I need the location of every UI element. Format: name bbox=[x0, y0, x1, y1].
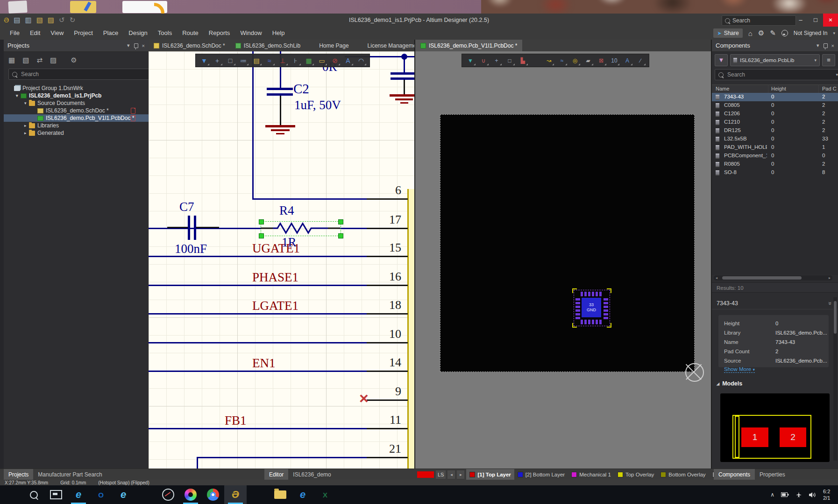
capacitor-plate[interactable] bbox=[391, 72, 414, 75]
wire[interactable] bbox=[404, 57, 405, 72]
menu-item[interactable]: Route bbox=[177, 27, 204, 40]
pin-icon[interactable] bbox=[134, 43, 138, 48]
titlebar-icon[interactable]: ↻ bbox=[70, 14, 76, 27]
pcb-tool-icon[interactable]: ▙ bbox=[517, 56, 528, 66]
layer-set-button[interactable]: LS bbox=[436, 470, 446, 479]
panel-tab[interactable]: Components bbox=[714, 469, 755, 480]
maximize-button[interactable]: □ bbox=[808, 14, 823, 27]
signin-status[interactable]: Not Signed In bbox=[794, 30, 828, 36]
footprint-preview[interactable]: 1 2 bbox=[720, 393, 830, 462]
no-connect-marker[interactable]: × bbox=[359, 389, 369, 407]
wire[interactable] bbox=[252, 51, 254, 200]
panel-tab[interactable]: Manufacturer Part Search bbox=[33, 469, 107, 480]
designator-c2[interactable]: C2 bbox=[293, 81, 309, 97]
menu-item[interactable]: View bbox=[45, 27, 69, 40]
table-row[interactable]: C1210 0 2 bbox=[712, 118, 838, 126]
value-r4[interactable]: 1R bbox=[282, 235, 297, 250]
taskbar-icon[interactable] bbox=[247, 485, 269, 504]
taskbar-icon[interactable]: e bbox=[112, 485, 135, 504]
selection-handle[interactable] bbox=[259, 219, 264, 224]
pcb-canvas[interactable]: ▼∪+□▙↝≈◎▰⊠10A∕ 33 GND bbox=[415, 51, 711, 469]
taskbar-icon[interactable] bbox=[202, 485, 224, 504]
footprint-center-pad[interactable]: 33 GND bbox=[582, 298, 601, 317]
component-detail-header[interactable]: 7343-43 » bbox=[712, 297, 838, 309]
components-search-input[interactable] bbox=[726, 71, 833, 78]
panel-menu-icon[interactable]: ▾ bbox=[127, 42, 130, 49]
ic-pin[interactable] bbox=[367, 342, 408, 343]
ic-pin[interactable] bbox=[367, 228, 408, 229]
battery-icon[interactable] bbox=[781, 492, 789, 497]
table-row[interactable]: R0805 0 2 bbox=[712, 160, 838, 168]
layer-tab[interactable]: [1] Top Layer bbox=[466, 469, 514, 480]
designator-r4[interactable]: R4 bbox=[279, 203, 294, 218]
clock[interactable]: 6:22/1 bbox=[823, 488, 837, 502]
projects-toolbar-icon[interactable]: ⇄ bbox=[36, 56, 43, 64]
resistor-r4[interactable] bbox=[261, 221, 340, 235]
pcb-tool-icon[interactable]: 10 bbox=[609, 56, 620, 66]
table-row[interactable]: PCBComponent_1 0 0 bbox=[712, 152, 838, 160]
horizontal-scrollbar[interactable]: ◂ ▸ bbox=[714, 275, 832, 280]
document-tab[interactable]: ISL6236_demo.SchDoc * bbox=[149, 40, 230, 51]
menu-item[interactable]: Help bbox=[267, 27, 290, 40]
wire[interactable] bbox=[149, 285, 367, 286]
pcb-board[interactable]: 33 GND bbox=[440, 114, 695, 372]
column-name[interactable]: Name bbox=[716, 86, 729, 91]
pcb-tool-icon[interactable]: A bbox=[622, 56, 633, 66]
projects-toolbar-icon[interactable]: ▧ bbox=[22, 56, 29, 64]
layer-scroll-right-icon[interactable]: ▸ bbox=[457, 470, 464, 479]
column-height[interactable]: Height bbox=[771, 86, 786, 91]
document-tab[interactable]: License Management bbox=[354, 40, 414, 51]
schematic-tool-icon[interactable]: ≔ bbox=[238, 56, 249, 66]
project-tree-item[interactable]: ISL6236_demo.SchDoc * bbox=[4, 107, 149, 114]
desktop-icon-folder[interactable] bbox=[70, 1, 96, 13]
pcb-tool-icon[interactable]: ↝ bbox=[543, 56, 554, 66]
tree-expand-icon[interactable]: ▸ bbox=[24, 123, 29, 128]
wire[interactable] bbox=[149, 428, 367, 429]
menu-item[interactable]: File bbox=[5, 27, 25, 40]
close-button[interactable]: × bbox=[823, 14, 838, 27]
schematic-canvas[interactable]: ▼+□≔▤≈⊥⊦▦▭⊘A◠ C2 1uF, 50V 0R bbox=[149, 51, 414, 469]
taskbar-icon[interactable]: O bbox=[90, 485, 112, 504]
global-search-input[interactable]: Search bbox=[722, 15, 796, 26]
schematic-tool-icon[interactable]: ⊦ bbox=[290, 56, 301, 66]
table-row[interactable]: PAD_WITH_HOLE... 0 1 bbox=[712, 143, 838, 152]
show-more-link[interactable]: Show More ▾ bbox=[724, 366, 755, 373]
schematic-tool-icon[interactable]: ≈ bbox=[264, 56, 275, 66]
scrollbar-thumb[interactable] bbox=[722, 276, 802, 280]
pcb-tool-icon[interactable]: + bbox=[491, 56, 502, 66]
titlebar-icon[interactable]: ▥ bbox=[25, 14, 31, 27]
menu-item[interactable]: Project bbox=[69, 27, 98, 40]
net-label[interactable]: FB1 bbox=[225, 413, 247, 428]
taskbar-icon[interactable]: e bbox=[67, 485, 90, 504]
pcb-tool-icon[interactable]: □ bbox=[504, 56, 515, 66]
desktop-icon-document[interactable] bbox=[122, 1, 167, 13]
close-panel-icon[interactable]: × bbox=[831, 43, 834, 49]
schematic-tool-icon[interactable]: ▤ bbox=[251, 56, 262, 66]
titlebar-icon[interactable]: ▧ bbox=[36, 14, 43, 27]
schematic-tool-icon[interactable]: ⊘ bbox=[329, 56, 341, 66]
column-pad-count[interactable]: Pad C bbox=[822, 86, 837, 91]
ic-pin[interactable] bbox=[367, 285, 408, 286]
volume-icon[interactable] bbox=[809, 492, 817, 498]
projects-toolbar-icon[interactable]: ▦ bbox=[8, 56, 15, 64]
schematic-tool-icon[interactable]: A bbox=[342, 56, 354, 66]
net-label[interactable]: LGATE1 bbox=[252, 299, 298, 313]
ic-pin[interactable] bbox=[367, 256, 408, 257]
project-tree-item[interactable]: ▸ Generated bbox=[4, 129, 149, 137]
menu-item[interactable]: Design bbox=[123, 27, 152, 40]
close-panel-icon[interactable]: × bbox=[142, 43, 145, 49]
taskbar-icon[interactable] bbox=[157, 485, 179, 504]
taskbar-icon[interactable] bbox=[269, 485, 291, 504]
signin-chevron-icon[interactable]: ▾ bbox=[833, 31, 835, 35]
airplane-mode-icon[interactable] bbox=[795, 491, 802, 498]
panel-tab[interactable]: Projects bbox=[4, 469, 33, 480]
net-label[interactable]: PHASE1 bbox=[252, 270, 298, 285]
scroll-right-icon[interactable]: ▸ bbox=[829, 275, 831, 280]
projects-search-input[interactable] bbox=[20, 70, 147, 78]
minimize-button[interactable]: – bbox=[793, 14, 808, 27]
wire[interactable] bbox=[197, 458, 198, 469]
table-row[interactable]: 7343-43 0 2 bbox=[712, 93, 838, 101]
net-label[interactable]: EN1 bbox=[252, 356, 276, 371]
ic-pin[interactable] bbox=[367, 428, 408, 429]
document-tab[interactable]: Home Page bbox=[305, 40, 354, 51]
